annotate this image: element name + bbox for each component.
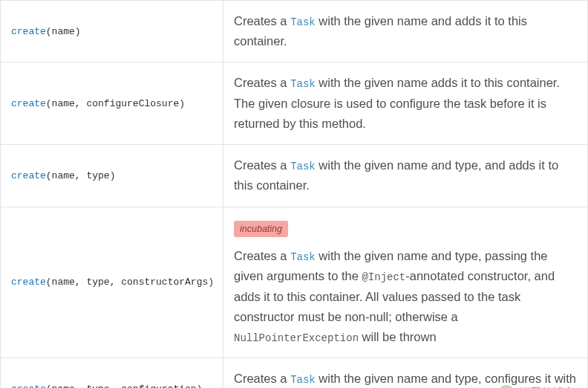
method-name-link[interactable]: create bbox=[11, 277, 46, 288]
description-fragment: will be thrown bbox=[359, 330, 437, 343]
method-description: Creates a Task with the given name and a… bbox=[223, 1, 588, 62]
method-description: Creates a Task with the given name and t… bbox=[223, 358, 588, 388]
method-name-link[interactable]: create bbox=[11, 98, 46, 109]
incubating-badge: incubating bbox=[234, 221, 288, 238]
table-row: create(name, configureClosure)Creates a … bbox=[1, 62, 588, 145]
type-code: Task bbox=[290, 251, 316, 263]
inline-code: NullPointerException bbox=[234, 332, 359, 344]
method-name-link[interactable]: create bbox=[11, 170, 46, 181]
api-table-wrapper: create(name)Creates a Task with the give… bbox=[0, 0, 588, 388]
description-text: Creates a Task with the given name and t… bbox=[234, 246, 580, 347]
description-text: Creates a Task with the given name and a… bbox=[234, 11, 580, 51]
table-row: create(name)Creates a Task with the give… bbox=[1, 1, 588, 62]
description-text: Creates a Task with the given name and t… bbox=[234, 369, 580, 388]
method-args: (name, type, configuration) bbox=[46, 384, 203, 388]
method-args: (name, type) bbox=[46, 170, 116, 181]
type-code: Task bbox=[290, 161, 316, 172]
method-signature: create(name) bbox=[1, 1, 223, 62]
description-fragment: Creates a bbox=[234, 158, 290, 172]
method-args: (name) bbox=[46, 26, 81, 37]
method-name-link[interactable]: create bbox=[11, 384, 46, 388]
type-code: Task bbox=[290, 16, 316, 28]
method-args: (name, configureClosure) bbox=[46, 98, 185, 109]
method-signature: create(name, type, constructorArgs) bbox=[1, 207, 223, 358]
method-signature: create(name, configureClosure) bbox=[1, 62, 223, 145]
method-signature: create(name, type) bbox=[1, 145, 223, 207]
inline-code: @Inject bbox=[362, 271, 405, 283]
description-fragment: Creates a bbox=[234, 372, 290, 385]
description-text: Creates a Task with the given name and t… bbox=[234, 155, 580, 195]
description-fragment: Creates a bbox=[234, 76, 290, 89]
description-text: Creates a Task with the given name adds … bbox=[234, 73, 580, 134]
method-signature: create(name, type, configuration) bbox=[1, 358, 223, 388]
method-table: create(name)Creates a Task with the give… bbox=[0, 0, 588, 388]
table-row: create(name, type)Creates a Task with th… bbox=[1, 145, 588, 207]
type-code: Task bbox=[290, 78, 316, 90]
method-name-link[interactable]: create bbox=[11, 26, 46, 37]
method-description: Creates a Task with the given name and t… bbox=[223, 145, 588, 207]
table-row: create(name, type, constructorArgs)incub… bbox=[1, 207, 588, 358]
method-args: (name, type, constructorArgs) bbox=[46, 277, 214, 288]
method-description: incubatingCreates a Task with the given … bbox=[223, 207, 588, 358]
method-description: Creates a Task with the given name adds … bbox=[223, 62, 588, 145]
table-row: create(name, type, configuration)Creates… bbox=[1, 358, 588, 388]
description-fragment: Creates a bbox=[234, 249, 290, 262]
description-fragment: Creates a bbox=[234, 14, 290, 28]
type-code: Task bbox=[290, 374, 316, 386]
